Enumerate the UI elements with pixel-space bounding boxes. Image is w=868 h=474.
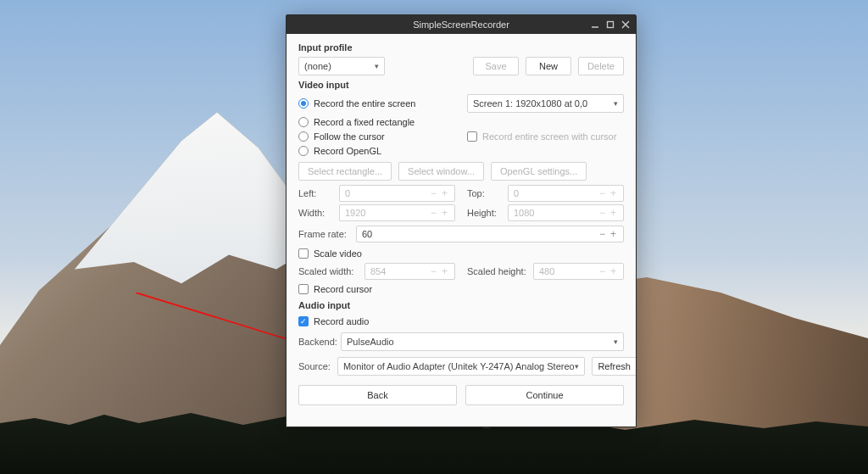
- opengl-settings-button[interactable]: OpenGL settings...: [491, 162, 587, 181]
- chevron-down-icon: ▾: [575, 362, 579, 371]
- back-button[interactable]: Back: [298, 385, 457, 405]
- svg-rect-3: [608, 22, 614, 28]
- width-field[interactable]: 1920−+: [339, 204, 455, 221]
- save-button[interactable]: Save: [473, 57, 519, 75]
- framerate-field[interactable]: 60−+: [356, 226, 624, 243]
- scaled-height-field[interactable]: 480−+: [533, 263, 624, 280]
- radio-entire-screen[interactable]: [298, 98, 309, 109]
- plus-icon[interactable]: +: [440, 207, 449, 219]
- minus-icon[interactable]: −: [429, 265, 438, 277]
- scaled-width-field[interactable]: 854−+: [364, 263, 455, 280]
- checkbox-record-cursor[interactable]: [298, 284, 309, 294]
- screen-select[interactable]: Screen 1: 1920x1080 at 0,0▾: [467, 94, 624, 113]
- minus-icon[interactable]: −: [598, 187, 607, 199]
- checkbox-scale-video[interactable]: [298, 248, 309, 259]
- select-window-button[interactable]: Select window...: [398, 162, 484, 181]
- minus-icon[interactable]: −: [598, 265, 607, 277]
- minus-icon[interactable]: −: [429, 187, 438, 199]
- plus-icon[interactable]: +: [440, 265, 449, 277]
- window-title: SimpleScreenRecorder: [413, 20, 509, 30]
- chevron-down-icon: ▾: [614, 337, 618, 346]
- minus-icon[interactable]: −: [598, 207, 607, 219]
- minimize-icon[interactable]: [588, 18, 602, 31]
- checkbox-entire-cursor[interactable]: [467, 131, 477, 142]
- plus-icon[interactable]: +: [609, 228, 618, 240]
- app-window: SimpleScreenRecorder Input profile (none…: [286, 14, 637, 427]
- maximize-icon[interactable]: [604, 18, 617, 31]
- chevron-down-icon: ▾: [614, 99, 618, 108]
- chevron-down-icon: ▾: [375, 62, 379, 70]
- radio-fixed-rectangle[interactable]: [298, 117, 309, 127]
- top-field[interactable]: 0−+: [508, 185, 624, 202]
- new-button[interactable]: New: [526, 57, 571, 75]
- source-select[interactable]: Monitor of Audio Adapter (Unitek Y-247A)…: [337, 357, 585, 376]
- plus-icon[interactable]: +: [440, 187, 449, 199]
- plus-icon[interactable]: +: [609, 187, 618, 199]
- audio-input-label: Audio input: [298, 300, 624, 310]
- video-input-label: Video input: [298, 80, 624, 90]
- checkbox-record-audio[interactable]: [298, 316, 309, 326]
- close-icon[interactable]: [619, 18, 632, 31]
- refresh-button[interactable]: Refresh: [592, 357, 636, 376]
- backend-select[interactable]: PulseAudio▾: [341, 332, 624, 351]
- delete-button[interactable]: Delete: [578, 57, 624, 75]
- select-rectangle-button[interactable]: Select rectangle...: [298, 162, 392, 181]
- profile-select[interactable]: (none)▾: [298, 57, 385, 75]
- plus-icon[interactable]: +: [609, 265, 618, 277]
- radio-follow-cursor[interactable]: [298, 131, 309, 142]
- input-profile-label: Input profile: [298, 42, 624, 53]
- titlebar[interactable]: SimpleScreenRecorder: [287, 15, 636, 34]
- continue-button[interactable]: Continue: [465, 385, 624, 405]
- radio-opengl[interactable]: [298, 146, 309, 156]
- minus-icon[interactable]: −: [429, 207, 438, 219]
- left-field[interactable]: 0−+: [339, 185, 455, 202]
- plus-icon[interactable]: +: [609, 207, 618, 219]
- minus-icon[interactable]: −: [598, 228, 607, 240]
- height-field[interactable]: 1080−+: [508, 204, 624, 221]
